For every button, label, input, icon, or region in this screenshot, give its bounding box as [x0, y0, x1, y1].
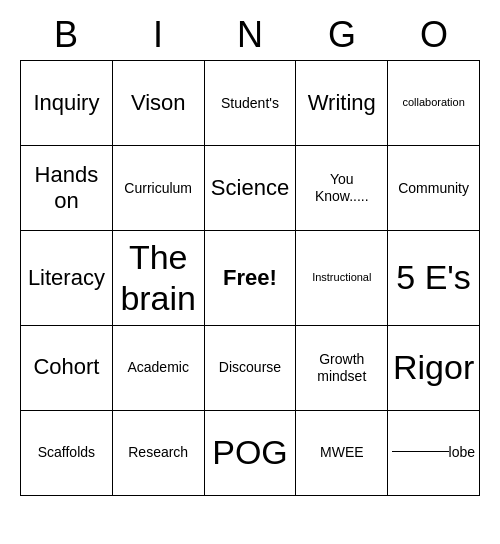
- bingo-cell: 5 E's: [388, 231, 480, 326]
- bingo-cell: MWEE: [296, 411, 388, 496]
- bingo-cell: POG: [205, 411, 297, 496]
- bingo-cell: Community: [388, 146, 480, 231]
- bingo-cell: Vison: [113, 61, 205, 146]
- bingo-cell: Research: [113, 411, 205, 496]
- bingo-cell: YouKnow.....: [296, 146, 388, 231]
- bingo-cell: Thebrain: [113, 231, 205, 326]
- bingo-cell: Handson: [21, 146, 113, 231]
- bingo-cell: collaboration: [388, 61, 480, 146]
- bingo-grid: InquiryVisonStudent'sWritingcollaboratio…: [20, 60, 480, 496]
- bingo-cell: lobe: [388, 411, 480, 496]
- bingo-cell: Writing: [296, 61, 388, 146]
- bingo-cell: Free!: [205, 231, 297, 326]
- bingo-header-letter: O: [388, 10, 480, 60]
- bingo-cell: Growthmindset: [296, 326, 388, 411]
- bingo-cell: Curriculum: [113, 146, 205, 231]
- bingo-cell: Rigor: [388, 326, 480, 411]
- bingo-header: BINGO: [20, 10, 480, 60]
- bingo-cell: Scaffolds: [21, 411, 113, 496]
- bingo-cell: Academic: [113, 326, 205, 411]
- bingo-cell: Student's: [205, 61, 297, 146]
- bingo-cell: Instructional: [296, 231, 388, 326]
- bingo-header-letter: N: [204, 10, 296, 60]
- bingo-card: BINGO InquiryVisonStudent'sWritingcollab…: [20, 10, 480, 496]
- bingo-cell: Discourse: [205, 326, 297, 411]
- bingo-cell: Literacy: [21, 231, 113, 326]
- bingo-header-letter: G: [296, 10, 388, 60]
- bingo-cell: Inquiry: [21, 61, 113, 146]
- bingo-cell: Science: [205, 146, 297, 231]
- bingo-header-letter: B: [20, 10, 112, 60]
- bingo-cell: Cohort: [21, 326, 113, 411]
- bingo-header-letter: I: [112, 10, 204, 60]
